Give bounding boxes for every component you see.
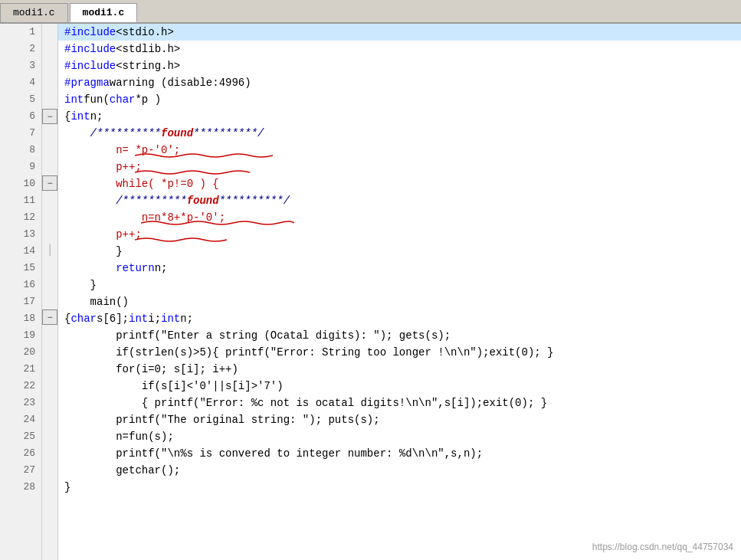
token-1b: <stdio.h> <box>116 24 174 41</box>
token-5b: fun( <box>84 91 110 108</box>
fold-2 <box>42 41 57 57</box>
token-19a: printf("Enter a string (Ocatal digits): … <box>64 327 451 344</box>
fold-23 <box>42 392 57 409</box>
code-line-23: { printf("Error: %c not is ocatal digits… <box>58 395 741 411</box>
token-char-5: char <box>110 91 136 108</box>
token-found-7: /**********found**********/ <box>64 125 264 142</box>
tab-2[interactable]: modi1.c <box>70 3 138 22</box>
token-21a: for(i=0; s[i]; i++) <box>64 361 238 378</box>
token-4b: warning (disable:4996) <box>110 74 251 91</box>
line-numbers: 1 2 3 4 5 6 7 8 9 10 11 12 13 14 15 16 1 <box>0 24 42 560</box>
tab-1[interactable]: modi1.c <box>0 3 68 22</box>
ln-20: 20 <box>0 344 41 361</box>
token-23a: { printf("Error: %c not is ocatal digits… <box>64 395 547 411</box>
ln-27: 27 <box>0 462 41 479</box>
fold-16 <box>42 275 57 292</box>
token-27a: getchar(); <box>64 462 180 479</box>
code-line-21: for(i=0; s[i]; i++) <box>58 361 741 378</box>
fold-18[interactable]: − <box>42 309 57 325</box>
token-18c: i; <box>148 310 161 327</box>
fold-13 <box>42 224 57 241</box>
token-int-5: int <box>64 91 84 108</box>
token-found-11: /**********found**********/ <box>64 192 290 209</box>
ln-21: 21 <box>0 361 41 378</box>
ln-7: 7 <box>0 125 41 142</box>
token-kw-1: #include <box>64 24 116 41</box>
fold-12 <box>42 208 57 224</box>
code-line-11: /**********found**********/ <box>58 192 741 209</box>
ln-9: 9 <box>0 159 41 175</box>
token-red-9: p++; <box>64 159 142 175</box>
token-2b: <stdlib.h> <box>116 41 180 57</box>
fold-7 <box>42 124 57 141</box>
editor: 1 2 3 4 5 6 7 8 9 10 11 12 13 14 15 16 1 <box>0 24 741 560</box>
code-line-3: #include <string.h> <box>58 57 741 74</box>
fold-6[interactable]: − <box>42 109 57 124</box>
code-line-8: n= *p-'0'; <box>58 142 741 159</box>
token-17a: main() <box>64 293 129 310</box>
token-18b: s[6]; <box>97 310 129 327</box>
token-16a: } <box>64 277 97 293</box>
editor-wrapper: 1 2 3 4 5 6 7 8 9 10 11 12 13 14 15 16 1 <box>0 24 741 560</box>
tab-bar: modi1.c modi1.c <box>0 0 741 24</box>
fold-column: − − │ − <box>42 24 57 560</box>
token-3b: <string.h> <box>116 57 180 74</box>
fold-9 <box>42 158 57 175</box>
left-panel: 1 2 3 4 5 6 7 8 9 10 11 12 13 14 15 16 1 <box>0 24 58 560</box>
ln-23: 23 <box>0 395 41 411</box>
ln-24: 24 <box>0 411 41 428</box>
code-line-19: printf("Enter a string (Ocatal digits): … <box>58 327 741 344</box>
token-int-18a: int <box>129 310 148 327</box>
code-area: #include <stdio.h> #include <stdlib.h> #… <box>58 24 741 560</box>
fold-17 <box>42 292 57 309</box>
ln-14: 14 <box>0 243 41 260</box>
token-red-8: n= *p-'0'; <box>64 142 180 159</box>
ln-13: 13 <box>0 226 41 243</box>
watermark: https://blog.csdn.net/qq_44757034 <box>592 542 733 552</box>
code-line-13: p++; <box>58 226 741 243</box>
ln-6: 6 <box>0 108 41 125</box>
code-line-17: main() <box>58 293 741 310</box>
code-line-22: if(s[i]<'0'||s[i]>'7') <box>58 378 741 395</box>
ln-1: 1 <box>0 24 41 41</box>
token-kw-3: #include <box>64 57 116 74</box>
ln-25: 25 <box>0 428 41 445</box>
code-line-10: while( *p!=0 ) { <box>58 175 741 192</box>
token-26a: printf("\n%s is convered to integer numb… <box>64 445 483 462</box>
code-line-2: #include <stdlib.h> <box>58 41 741 57</box>
ln-8: 8 <box>0 142 41 159</box>
token-15a <box>64 260 116 277</box>
token-15b: n; <box>155 260 168 277</box>
token-return-15: return <box>116 260 154 277</box>
token-18d: n; <box>180 310 193 327</box>
fold-21 <box>42 359 57 375</box>
code-line-20: if(strlen(s)>5){ printf("Error: String t… <box>58 344 741 361</box>
fold-10[interactable]: − <box>42 175 57 191</box>
token-5c: *p ) <box>135 91 161 108</box>
ln-5: 5 <box>0 91 41 108</box>
fold-24 <box>42 409 57 426</box>
ln-22: 22 <box>0 378 41 395</box>
ln-11: 11 <box>0 192 41 209</box>
fold-22 <box>42 375 57 392</box>
token-kw-2: #include <box>64 41 116 57</box>
fold-5 <box>42 91 57 108</box>
code-line-27: getchar(); <box>58 462 741 479</box>
token-red-10: while( *p!=0 ) { <box>64 175 219 192</box>
fold-8 <box>42 141 57 158</box>
token-24a: printf("The original string: "); puts(s)… <box>64 411 380 428</box>
fold-19 <box>42 325 57 342</box>
code-line-1: #include <stdio.h> <box>58 24 741 41</box>
main-window: modi1.c modi1.c 1 2 3 4 5 6 7 8 9 10 11 … <box>0 0 741 560</box>
token-20a: if(strlen(s)>5){ printf("Error: String t… <box>64 344 554 361</box>
code-line-7: /**********found**********/ <box>58 125 741 142</box>
token-int-6: int <box>70 108 90 125</box>
token-14a: } <box>64 243 123 260</box>
ln-17: 17 <box>0 293 41 310</box>
ln-26: 26 <box>0 445 41 462</box>
ln-12: 12 <box>0 209 41 226</box>
ln-28: 28 <box>0 479 41 496</box>
token-kw-4: #pragma <box>64 74 110 91</box>
token-6a: { <box>64 108 70 125</box>
ln-2: 2 <box>0 41 41 57</box>
